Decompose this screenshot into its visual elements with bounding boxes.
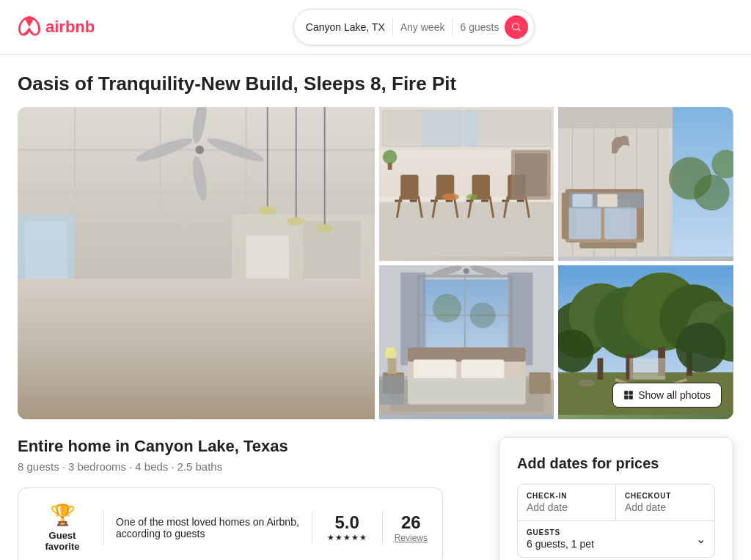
- svg-rect-127: [687, 351, 693, 376]
- svg-rect-82: [562, 193, 576, 239]
- living-room-photo: [18, 107, 375, 407]
- svg-point-11: [190, 155, 209, 202]
- guest-favorite-box: 🏆 Guestfavorite One of the most loved ho…: [18, 487, 443, 560]
- photo-bedroom[interactable]: [379, 265, 554, 419]
- photo-kitchen[interactable]: [379, 107, 554, 261]
- svg-rect-24: [232, 214, 375, 314]
- svg-rect-130: [630, 358, 666, 380]
- guest-favorite-text: Guestfavorite: [45, 530, 80, 552]
- svg-line-58: [469, 196, 472, 218]
- svg-rect-87: [580, 243, 637, 248]
- svg-rect-19: [300, 314, 321, 367]
- svg-point-121: [660, 284, 728, 353]
- svg-rect-46: [431, 200, 438, 202]
- svg-rect-103: [408, 347, 526, 361]
- svg-rect-26: [303, 221, 360, 292]
- reviews-block: 26 Reviews: [382, 512, 428, 543]
- svg-rect-79: [558, 107, 673, 128]
- show-all-photos-button[interactable]: Show all photos: [612, 383, 722, 408]
- guests-value: 6 guests, 1 pet: [527, 538, 594, 550]
- svg-rect-13: [25, 221, 67, 350]
- checkin-value: Add date: [527, 501, 607, 513]
- svg-rect-114: [379, 376, 404, 405]
- svg-point-120: [623, 273, 701, 351]
- svg-rect-81: [565, 189, 644, 200]
- trophy-icon: 🏆: [50, 503, 76, 527]
- listing-left-column: Entire home in Canyon Lake, Texas 8 gues…: [18, 437, 469, 560]
- svg-point-9: [205, 134, 265, 166]
- svg-point-64: [383, 150, 397, 163]
- svg-point-119: [594, 287, 665, 358]
- svg-rect-51: [508, 174, 525, 199]
- svg-rect-106: [408, 378, 526, 403]
- photo-exterior[interactable]: Show all photos: [558, 265, 733, 419]
- rating-score: 5.0: [334, 512, 359, 533]
- checkout-cell[interactable]: CHECKOUT Add date: [616, 485, 714, 520]
- reviews-label[interactable]: Reviews: [395, 533, 428, 543]
- svg-point-10: [190, 107, 209, 145]
- checkout-label: CHECKOUT: [625, 492, 706, 500]
- svg-line-57: [454, 196, 458, 218]
- svg-point-8: [134, 134, 194, 166]
- svg-rect-40: [379, 200, 554, 257]
- svg-point-70: [669, 157, 711, 199]
- svg-rect-14: [18, 321, 375, 407]
- logo-link[interactable]: airbnb: [18, 15, 95, 39]
- search-divider-1: [392, 18, 393, 36]
- svg-rect-49: [466, 200, 474, 202]
- chevron-down-icon: ⌄: [696, 532, 706, 546]
- svg-rect-35: [379, 107, 554, 257]
- bedrooms-count: 3 bedrooms: [68, 460, 126, 473]
- location-search[interactable]: Canyon Lake, TX: [306, 21, 385, 33]
- svg-rect-12: [18, 214, 75, 357]
- svg-point-72: [712, 150, 733, 178]
- svg-point-129: [676, 323, 726, 372]
- checkin-cell[interactable]: CHECK-IN Add date: [518, 485, 616, 520]
- bedroom-photo: [379, 265, 554, 415]
- reviews-count: 26: [401, 512, 421, 533]
- svg-rect-42: [400, 174, 418, 199]
- svg-line-55: [418, 196, 422, 218]
- listing-type: Entire home in Canyon Lake, Texas: [18, 437, 469, 456]
- baths-count: 2.5 baths: [177, 460, 223, 473]
- svg-rect-107: [383, 372, 404, 394]
- svg-rect-136: [624, 396, 628, 399]
- gf-divider-1: [103, 509, 104, 546]
- svg-line-56: [433, 196, 436, 218]
- svg-rect-90: [379, 265, 554, 415]
- svg-point-98: [433, 294, 461, 323]
- svg-point-66: [442, 194, 459, 201]
- checkin-label: CHECK-IN: [527, 492, 607, 500]
- svg-rect-93: [418, 276, 511, 355]
- svg-rect-48: [472, 174, 489, 199]
- checkout-value: Add date: [625, 501, 706, 513]
- svg-point-30: [287, 217, 304, 226]
- guests-search[interactable]: 6 guests: [460, 21, 499, 33]
- score-block: 5.0 ★★★★★: [312, 512, 370, 542]
- guests-row[interactable]: GUESTS 6 guests, 1 pet ⌄: [517, 521, 715, 558]
- booking-title: Add dates for prices: [517, 455, 715, 472]
- svg-rect-50: [481, 200, 488, 202]
- guests-label: GUESTS: [527, 528, 594, 537]
- search-bar[interactable]: Canyon Lake, TX Any week 6 guests: [293, 9, 535, 45]
- dates-search[interactable]: Any week: [400, 21, 445, 33]
- svg-rect-52: [502, 200, 509, 202]
- svg-line-60: [504, 196, 508, 218]
- photo-patio[interactable]: [558, 107, 733, 261]
- svg-point-7: [195, 146, 204, 155]
- svg-rect-36: [379, 107, 554, 150]
- svg-rect-86: [569, 193, 644, 208]
- svg-line-59: [490, 196, 494, 218]
- search-submit-button[interactable]: [505, 15, 528, 39]
- svg-point-71: [694, 175, 730, 211]
- svg-point-32: [316, 224, 333, 233]
- svg-rect-45: [436, 174, 454, 199]
- svg-rect-39: [422, 111, 479, 147]
- photo-main[interactable]: [18, 107, 375, 419]
- svg-rect-53: [517, 200, 524, 202]
- svg-rect-69: [673, 107, 733, 257]
- listing-title: Oasis of Tranquility-New Build, Sleeps 8…: [18, 73, 733, 95]
- svg-point-112: [431, 265, 463, 279]
- svg-rect-20: [125, 364, 268, 400]
- svg-rect-85: [605, 207, 637, 239]
